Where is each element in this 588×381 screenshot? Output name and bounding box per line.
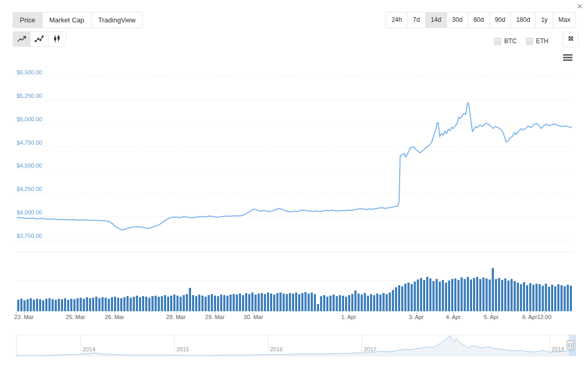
range-1y[interactable]: 1y bbox=[535, 12, 554, 28]
x-axis-label: 30. Mar bbox=[244, 314, 263, 320]
chart-type-markers-button[interactable] bbox=[30, 31, 48, 47]
range-90d[interactable]: 90d bbox=[489, 12, 511, 28]
plot-area[interactable] bbox=[16, 69, 574, 311]
x-axis-label: 1. Apr bbox=[341, 314, 356, 320]
navigator-area[interactable] bbox=[16, 335, 576, 356]
eth-checkbox-label[interactable]: ETH bbox=[536, 37, 548, 45]
x-axis-label: 28. Mar bbox=[166, 314, 185, 320]
x-axis-label: 6. Apr bbox=[522, 314, 538, 320]
tab-tradingview[interactable]: TradingView bbox=[91, 12, 143, 28]
tab-market-cap[interactable]: Market Cap bbox=[42, 12, 92, 28]
chart-type-buttons bbox=[12, 31, 66, 47]
fullscreen-button[interactable] bbox=[563, 32, 579, 47]
range-60d[interactable]: 60d bbox=[468, 12, 490, 28]
x-axis-label: 26. Mar bbox=[105, 314, 124, 320]
x-axis-label: 5. Apr bbox=[484, 314, 499, 320]
line-markers-icon bbox=[34, 37, 44, 45]
crypto-price-chart-widget: × Price Market Cap TradingView 24h 7d 14… bbox=[0, 0, 588, 381]
fullscreen-expand-icon bbox=[567, 34, 575, 45]
x-axis-label: 3. Apr bbox=[409, 314, 424, 320]
trend-line-icon bbox=[17, 37, 27, 45]
chart-type-candlestick-button[interactable] bbox=[48, 31, 66, 47]
range-180d[interactable]: 180d bbox=[510, 12, 536, 28]
tab-price[interactable]: Price bbox=[12, 12, 43, 28]
range-max[interactable]: Max bbox=[553, 12, 576, 28]
eth-checkbox[interactable] bbox=[526, 38, 533, 45]
range-24h[interactable]: 24h bbox=[386, 12, 407, 28]
btc-checkbox-label[interactable]: BTC bbox=[504, 37, 517, 45]
overlay-toggles: BTC ETH bbox=[494, 37, 555, 45]
navigator-handle[interactable] bbox=[567, 340, 574, 350]
chart-mode-tabs: Price Market Cap TradingView bbox=[12, 12, 143, 28]
range-7d[interactable]: 7d bbox=[407, 12, 425, 28]
x-axis-label: 23. Mar bbox=[14, 314, 33, 320]
x-axis-label: 12:00 bbox=[537, 314, 552, 320]
btc-checkbox[interactable] bbox=[494, 38, 501, 45]
x-axis-label: 25. Mar bbox=[66, 314, 85, 320]
x-axis-label: 29. Mar bbox=[205, 314, 224, 320]
chart-type-line-button[interactable] bbox=[12, 31, 31, 47]
close-icon[interactable]: × bbox=[574, 1, 585, 11]
time-range-buttons: 24h 7d 14d 30d 60d 90d 180d 1y Max bbox=[386, 12, 576, 28]
range-14d[interactable]: 14d bbox=[425, 12, 447, 28]
range-30d[interactable]: 30d bbox=[446, 12, 468, 28]
candlestick-icon bbox=[52, 37, 62, 45]
x-axis-label: 4. Apr bbox=[446, 314, 461, 320]
chart-context-menu-icon[interactable] bbox=[563, 54, 572, 62]
